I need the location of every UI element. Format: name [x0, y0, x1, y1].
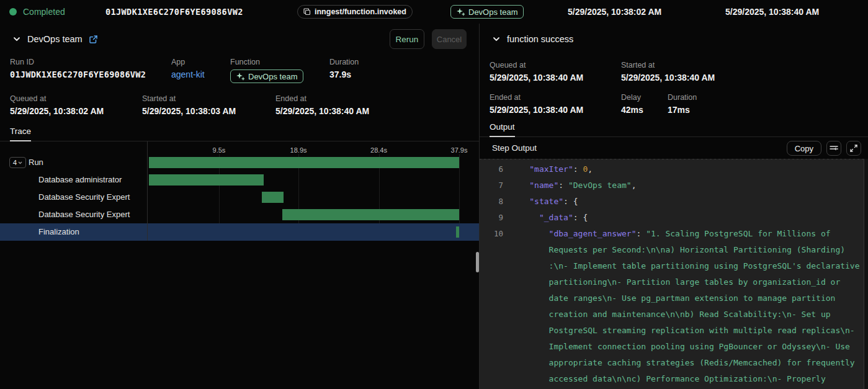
code-text: :\n- Implement table partitioning using … [510, 258, 860, 274]
run-id-field: Run ID 01JWDK1XE6C270F6YE69086VW2 [10, 58, 171, 83]
step-started-field: Started at 5/29/2025, 10:38:40 AM [621, 61, 868, 83]
code-scrollbar-track[interactable] [864, 159, 868, 389]
cancel-button[interactable]: Cancel [432, 29, 467, 49]
step-queued-label: Queued at [490, 61, 621, 69]
function-value-label: DevOps team [248, 72, 297, 81]
step-output-code[interactable]: 6"maxIter": 0,7"name": "DevOps team",8"s… [480, 159, 868, 389]
step-ended-field: Ended at 5/29/2025, 10:38:40 AM [490, 94, 621, 115]
line-number: 7 [480, 177, 503, 194]
step-delay-field: Delay 42ms [621, 94, 668, 115]
step-duration-field: Duration 17ms [668, 94, 868, 115]
started-value: 5/29/2025, 10:38:03 AM [142, 106, 275, 117]
trace-row-database-security-expert[interactable]: Database Security Expert [0, 189, 479, 206]
duration-label: Duration [329, 58, 479, 66]
copy-button[interactable]: Copy [787, 141, 821, 156]
code-line: PostgreSQL streaming replication with mu… [480, 323, 868, 339]
panel-scrollbar-thumb[interactable] [476, 252, 479, 272]
run-id-value: 01JWDK1XE6C270F6YE69086VW2 [10, 69, 171, 80]
topbar: Completed 01JWDK1XE6C270F6YE69086VW2 inn… [0, 0, 868, 24]
trace-tabbar: Trace [0, 125, 479, 141]
chevron-down-icon [18, 161, 22, 164]
sparkle-icon [236, 73, 244, 81]
axis-tick-label: 9.5s [213, 146, 226, 154]
trace-bar[interactable] [149, 174, 264, 186]
trace-row-finalization[interactable]: Finalization [0, 223, 479, 241]
trace-row-label: Finalization [38, 223, 79, 241]
trace-bar[interactable] [456, 226, 459, 238]
line-number [480, 355, 503, 371]
trace-bar[interactable] [282, 209, 459, 220]
axis-tick-label: 18.9s [290, 146, 307, 154]
code-text: accessed data\n\nc) Performance Optimiza… [510, 371, 826, 387]
copy-icon [303, 8, 311, 16]
app-label: App [171, 58, 230, 66]
code-text: Requests per Second:\n\na) Horizontal Pa… [510, 242, 845, 258]
trace-bar[interactable] [149, 157, 459, 168]
step-ended-label: Ended at [490, 94, 621, 102]
trace-chart: 9.5s18.9s28.4s37.9s4RunDatabase administ… [0, 141, 479, 241]
step-duration-label: Duration [668, 94, 868, 102]
run-id-label: Run ID [10, 58, 171, 66]
step-delay-value: 42ms [621, 105, 668, 115]
line-number [480, 306, 503, 323]
ended-value: 5/29/2025, 10:38:40 AM [275, 106, 479, 117]
function-value-badge[interactable]: DevOps team [230, 69, 303, 83]
word-wrap-icon [830, 145, 838, 152]
step-details-panel: function success Queued at 5/29/2025, 10… [479, 24, 868, 389]
code-line: appropriate caching strategies (Redis/Me… [480, 355, 868, 371]
trace-row-run[interactable]: 4Run [0, 154, 479, 171]
step-started-value: 5/29/2025, 10:38:40 AM [621, 73, 868, 83]
code-line: date ranges\n- Use pg_partman extension … [480, 290, 868, 306]
step-started-label: Started at [621, 61, 868, 69]
step-delay-label: Delay [621, 94, 668, 102]
trace-row-database-administrator[interactable]: Database administrator [0, 171, 479, 189]
chevron-down-icon[interactable] [12, 35, 21, 43]
function-badge[interactable]: DevOps team [450, 5, 524, 19]
tab-trace[interactable]: Trace [10, 127, 31, 141]
output-tabbar: Output [480, 121, 868, 137]
queued-value: 5/29/2025, 10:38:02 AM [10, 106, 142, 117]
event-badge[interactable]: inngest/function.invoked [297, 5, 413, 19]
code-line: 6"maxIter": 0, [480, 161, 868, 177]
line-number: 9 [480, 210, 503, 226]
topbar-queued-timestamp: 5/29/2025, 10:38:02 AM [568, 0, 661, 24]
duration-value: 37.9s [329, 69, 479, 80]
line-number: 6 [480, 161, 503, 177]
code-line: 8"state": { [480, 194, 868, 210]
rerun-button[interactable]: Rerun [390, 29, 424, 49]
expand-button[interactable] [846, 141, 861, 156]
code-text: partitioning\n- Partition large tables b… [510, 274, 840, 290]
line-number [480, 323, 503, 339]
code-line: accessed data\n\nc) Performance Optimiza… [480, 371, 868, 387]
code-text: "maxIter": 0, [510, 161, 593, 177]
trace-row-label: Database administrator [38, 171, 122, 189]
app-link[interactable]: agent-kit [171, 69, 230, 80]
event-badge-label: inngest/function.invoked [315, 7, 406, 16]
code-line: 10"dba_agent_answer": "1. Scaling Postgr… [480, 226, 868, 242]
topbar-ended-timestamp: 5/29/2025, 10:38:40 AM [725, 0, 819, 24]
code-text: appropriate caching strategies (Redis/Me… [510, 355, 855, 371]
external-link-icon[interactable] [89, 35, 98, 44]
trace-row-label: Run [29, 154, 43, 171]
step-title: function success [507, 34, 573, 44]
status-label: Completed [23, 0, 65, 24]
line-number [480, 290, 503, 306]
span-count-expander[interactable]: 4 [9, 157, 26, 168]
word-wrap-button[interactable] [826, 141, 841, 156]
code-line: 7"name": "DevOps team", [480, 177, 868, 194]
code-text: creation and maintenance\n\nb) Read Scal… [510, 306, 831, 323]
sparkle-icon [457, 8, 465, 16]
chevron-down-icon[interactable] [492, 35, 501, 43]
function-field: Function DevOps team [230, 58, 329, 83]
trace-bar[interactable] [262, 192, 283, 203]
line-number: 10 [480, 226, 503, 242]
trace-row-database-security-expert[interactable]: Database Security Expert [0, 206, 479, 223]
line-number [480, 274, 503, 290]
code-line: 9"_data": { [480, 210, 868, 226]
line-number: 8 [480, 194, 503, 210]
tab-output[interactable]: Output [490, 122, 515, 137]
function-label: Function [230, 58, 329, 66]
span-count: 4 [13, 159, 17, 166]
expand-icon [850, 145, 857, 152]
code-text: Implement connection pooling using PgBou… [510, 339, 850, 355]
